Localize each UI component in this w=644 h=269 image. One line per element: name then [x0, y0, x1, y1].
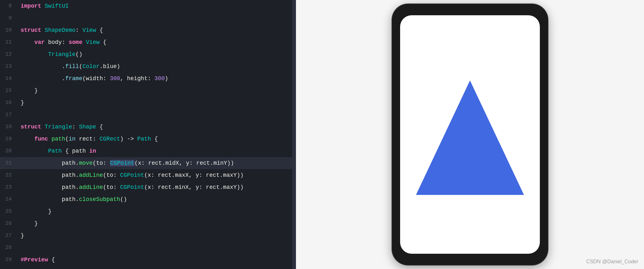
- code-line-15: 15 }: [0, 85, 292, 97]
- line-number: 24: [0, 193, 17, 205]
- code-line-23: 23 path.addLine(to: CGPoint(x: rect.minX…: [0, 181, 292, 193]
- code-line-21: 21 path.move(to: CGPoint(x: rect.midX, y…: [0, 157, 292, 169]
- token: CGPoint: [120, 184, 144, 190]
- token: View: [82, 27, 96, 33]
- code-line-18: 18struct Triangle: Shape {: [0, 121, 292, 133]
- token: struct: [21, 27, 41, 33]
- token: (): [76, 51, 83, 58]
- code-line-24: 24 path.closeSubpath(): [0, 193, 292, 205]
- token: path.: [21, 172, 79, 178]
- line-number: 28: [0, 242, 17, 254]
- line-number: 11: [0, 36, 17, 48]
- token: move: [79, 160, 93, 166]
- token: ): [165, 75, 168, 82]
- token: frame: [65, 75, 82, 82]
- line-content: struct Triangle: Shape {: [17, 121, 292, 133]
- preview-panel: CSDN @Daniel_Coder: [296, 0, 644, 269]
- line-content: }: [17, 230, 292, 242]
- token: Path: [137, 136, 151, 142]
- line-content: #Preview {: [17, 254, 292, 266]
- line-content: }: [17, 97, 292, 109]
- token: [48, 136, 51, 142]
- line-number: 8: [0, 0, 17, 12]
- token: { path: [62, 148, 89, 154]
- line-number: 14: [0, 72, 17, 85]
- token: {: [151, 136, 158, 142]
- line-number: 10: [0, 24, 17, 36]
- line-content: path.closeSubpath(): [17, 193, 292, 205]
- code-line-28: 28: [0, 242, 292, 254]
- code-line-16: 16}: [0, 97, 292, 109]
- line-content: Triangle(): [17, 48, 292, 60]
- line-content: func path(in rect: CGRect) -> Path {: [17, 133, 292, 145]
- line-number: 18: [0, 121, 17, 133]
- line-number: 12: [0, 48, 17, 60]
- token: CGPoint: [120, 172, 144, 178]
- token: Color: [82, 63, 99, 70]
- token: [21, 136, 34, 142]
- token: ShapeDemo: [45, 27, 76, 33]
- line-number: 22: [0, 169, 17, 181]
- line-content: Path { path in: [17, 145, 292, 157]
- token: [21, 148, 48, 154]
- code-line-10: 10struct ShapeDemo: View {: [0, 24, 292, 36]
- token: [41, 27, 45, 33]
- token: rect:: [76, 136, 100, 142]
- phone-frame: [392, 4, 548, 265]
- token: }: [21, 100, 24, 106]
- code-editor[interactable]: 8import SwiftUI910struct ShapeDemo: View…: [0, 0, 292, 269]
- token: var: [34, 39, 44, 45]
- token: path.: [21, 196, 79, 203]
- line-number: 27: [0, 230, 17, 242]
- token: }: [21, 220, 38, 227]
- token: :: [76, 27, 83, 33]
- panel-divider: [292, 0, 296, 269]
- code-line-11: 11 var body: some View {: [0, 36, 292, 48]
- token: body:: [45, 39, 69, 45]
- token: }: [21, 87, 38, 94]
- token: func: [34, 136, 48, 142]
- token: [41, 3, 45, 9]
- token: SwiftUI: [45, 3, 69, 9]
- token: (: [65, 136, 69, 142]
- token: [41, 124, 45, 130]
- line-content: path.addLine(to: CGPoint(x: rect.maxX, y…: [17, 169, 292, 181]
- code-line-13: 13 .fill(Color.blue): [0, 60, 292, 72]
- token: ) ->: [120, 136, 137, 142]
- code-line-22: 22 path.addLine(to: CGPoint(x: rect.maxX…: [0, 169, 292, 181]
- phone-screen: [400, 15, 540, 254]
- code-line-20: 20 Path { path in: [0, 145, 292, 157]
- token: [82, 39, 86, 45]
- token: :: [72, 124, 79, 130]
- line-number: 25: [0, 205, 17, 217]
- token: path: [51, 136, 65, 142]
- token: (width:: [82, 75, 110, 82]
- token: CGRect: [100, 136, 120, 142]
- line-number: 19: [0, 133, 17, 145]
- token: 300: [154, 75, 164, 82]
- token: #Preview: [21, 257, 48, 263]
- token: (to:: [103, 172, 120, 178]
- token: in: [69, 136, 76, 142]
- line-number: 21: [0, 157, 17, 169]
- code-line-29: 29#Preview {: [0, 254, 292, 266]
- line-content: path.move(to: CGPoint(x: rect.midX, y: r…: [17, 157, 292, 169]
- token: (to:: [93, 160, 110, 166]
- code-line-9: 9: [0, 12, 292, 24]
- line-content: struct ShapeDemo: View {: [17, 24, 292, 36]
- line-content: }: [17, 217, 292, 230]
- token: (x: rect.minX, y: rect.maxY)): [144, 184, 244, 190]
- token: [21, 39, 34, 45]
- code-line-26: 26 }: [0, 217, 292, 230]
- token: path.: [21, 160, 79, 166]
- code-line-12: 12 Triangle(): [0, 48, 292, 60]
- code-line-8: 8import SwiftUI: [0, 0, 292, 12]
- code-line-17: 17: [0, 109, 292, 121]
- token: addLine: [79, 184, 103, 190]
- code-line-19: 19 func path(in rect: CGRect) -> Path {: [0, 133, 292, 145]
- line-content: .fill(Color.blue): [17, 60, 292, 72]
- token: (): [120, 196, 127, 203]
- token: (x: rect.maxX, y: rect.maxY)): [144, 172, 244, 178]
- code-line-25: 25 }: [0, 205, 292, 217]
- code-line-14: 14 .frame(width: 300, height: 300): [0, 72, 292, 85]
